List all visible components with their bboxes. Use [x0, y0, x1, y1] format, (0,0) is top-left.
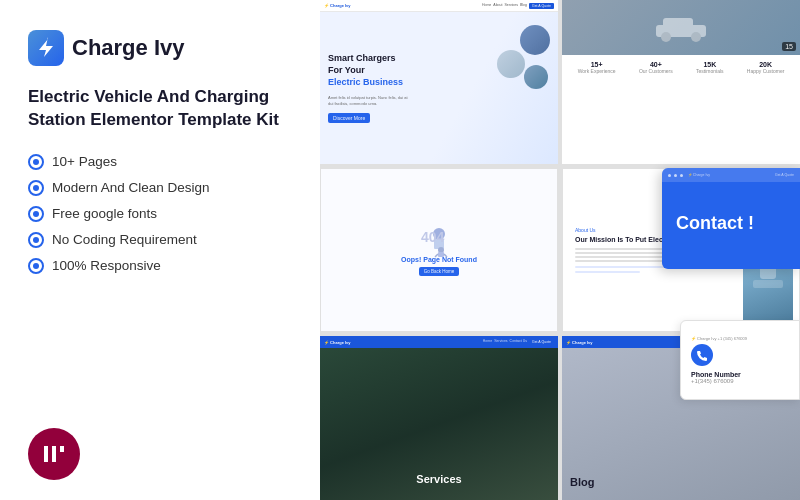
phone-nav-text: ⚡ Charge Ivy +1 (345) 676009: [691, 336, 789, 341]
contact-preview: ⚡ Charge Ivy Get A Quote Contact !: [662, 168, 800, 269]
bullet-icon: [28, 232, 44, 248]
nav-link: Home: [482, 3, 491, 9]
bullet-icon: [28, 206, 44, 222]
nav-link: About: [493, 3, 502, 9]
stat-item: 15+ Work Experience: [578, 61, 616, 74]
svg-rect-1: [52, 446, 56, 462]
stat-number: 20K: [747, 61, 785, 68]
list-item: 100% Responsive: [28, 258, 292, 274]
preview-hero: ⚡ Charge Ivy Home About Services Blog Ge…: [320, 0, 558, 164]
svg-point-6: [691, 32, 701, 42]
nav-link: Home: [483, 339, 492, 345]
nav-dot: [674, 174, 677, 177]
stat-item: 20K Happy Customer: [747, 61, 785, 74]
phone-icon-circle: [691, 344, 713, 366]
services-nav-links: Home Services Contact Us Get A Quote: [483, 339, 554, 345]
stat-label: Work Experience: [578, 68, 616, 74]
services-nav-logo: ⚡ Charge Ivy: [324, 340, 351, 345]
stats-overlay: 15: [782, 42, 796, 51]
main-container: Charge Ivy Electric Vehicle And Charging…: [0, 0, 800, 500]
contact-nav-text: ⚡ Charge Ivy: [688, 173, 710, 177]
contact-title: Contact !: [676, 213, 754, 235]
svg-rect-2: [60, 446, 64, 452]
logo-row: Charge Ivy: [28, 30, 292, 66]
stat-label: Our Customers: [639, 68, 673, 74]
features-list: 10+ Pages Modern And Clean Design Free g…: [28, 154, 292, 274]
blog-nav-logo: ⚡ Charge Ivy: [566, 340, 593, 345]
error-message: Oops! Page Not Found: [401, 256, 477, 263]
stat-item: 40+ Our Customers: [639, 61, 673, 74]
elementor-badge: [28, 428, 80, 480]
feature-text: 100% Responsive: [52, 258, 161, 273]
stat-number: 40+: [639, 61, 673, 68]
stat-label: Happy Customer: [747, 68, 785, 74]
left-panel: Charge Ivy Electric Vehicle And Charging…: [0, 0, 320, 500]
feature-text: Modern And Clean Design: [52, 180, 210, 195]
nav-logo: ⚡ Charge Ivy: [324, 3, 351, 8]
nav-link: Services: [504, 3, 517, 9]
nav-link: Blog: [520, 3, 527, 9]
stat-label: Testimonials: [696, 68, 724, 74]
list-item: 10+ Pages: [28, 154, 292, 170]
svg-rect-4: [663, 18, 693, 28]
blog-title: Blog: [570, 476, 594, 488]
error-back-button[interactable]: Go Back Home: [419, 267, 460, 276]
phone-label: Phone Number: [691, 371, 789, 378]
nav-link: Contact Us: [510, 339, 527, 345]
svg-text:404: 404: [421, 229, 445, 245]
feature-text: 10+ Pages: [52, 154, 117, 169]
bullet-icon: [28, 180, 44, 196]
nav-cta[interactable]: Get A Quote: [529, 3, 554, 9]
stat-number: 15+: [578, 61, 616, 68]
stats-row: 15+ Work Experience 40+ Our Customers 15…: [562, 55, 800, 78]
nav-dot: [680, 174, 683, 177]
logo-icon: [28, 30, 64, 66]
feature-text: No Coding Requirement: [52, 232, 197, 247]
mini-nav: ⚡ Charge Ivy Home About Services Blog Ge…: [320, 0, 558, 12]
stat-item: 15K Testimonials: [696, 61, 724, 74]
phone-number: +1(345) 676009: [691, 378, 789, 384]
logo-text: Charge Ivy: [72, 35, 185, 61]
bullet-icon: [28, 154, 44, 170]
preview-stats: 15 15+ Work Experience 40+ Our Customers…: [562, 0, 800, 164]
bullet-icon: [28, 258, 44, 274]
services-title: Services: [320, 473, 558, 485]
preview-services: ⚡ Charge Ivy Home Services Contact Us Ge…: [320, 336, 558, 500]
nav-links: Home About Services Blog Get A Quote: [482, 3, 554, 9]
nav-link: Services: [494, 339, 507, 345]
phone-preview: ⚡ Charge Ivy +1 (345) 676009 Phone Numbe…: [680, 320, 800, 400]
contact-nav-stripe: ⚡ Charge Ivy Get A Quote: [662, 168, 800, 182]
list-item: Modern And Clean Design: [28, 180, 292, 196]
text-line: [575, 260, 672, 262]
stats-image: 15: [562, 0, 800, 55]
svg-point-5: [661, 32, 671, 42]
hero-cta-button[interactable]: Discover More: [328, 113, 370, 123]
nav-cta[interactable]: Get A Quote: [529, 339, 554, 345]
nav-dot: [668, 174, 671, 177]
stat-number: 15K: [696, 61, 724, 68]
elementor-badge-row: [28, 418, 292, 480]
svg-rect-14: [753, 280, 783, 288]
contact-nav-link: Get A Quote: [775, 173, 794, 177]
list-item: Free google fonts: [28, 206, 292, 222]
tagline: Electric Vehicle And Charging Station El…: [28, 86, 292, 132]
error-figure: 404: [419, 224, 459, 254]
preview-404: 404 Oops! Page Not Found Go Back Home: [320, 168, 558, 332]
svg-rect-0: [44, 446, 48, 462]
feature-text: Free google fonts: [52, 206, 157, 221]
services-nav: ⚡ Charge Ivy Home Services Contact Us Ge…: [320, 336, 558, 348]
list-item: No Coding Requirement: [28, 232, 292, 248]
